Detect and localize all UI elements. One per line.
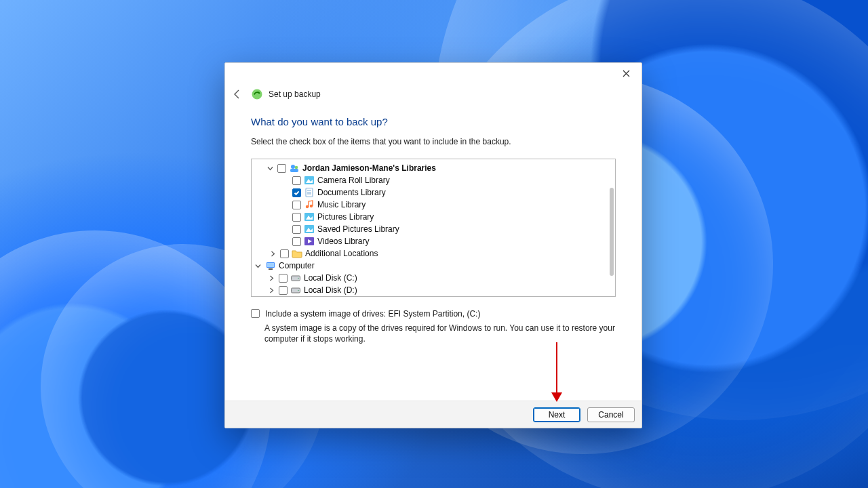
desktop-background: Set up backup What do you want to back u…	[0, 0, 868, 488]
checkbox[interactable]	[292, 225, 301, 234]
svg-point-24	[298, 278, 299, 279]
music-icon	[304, 199, 315, 210]
close-button[interactable]	[614, 65, 637, 81]
system-image-label[interactable]: Include a system image of drives: EFI Sy…	[265, 309, 480, 319]
system-image-description: A system image is a copy of the drives r…	[264, 323, 616, 344]
tree-label: Additional Locations	[305, 247, 378, 260]
tree-node-user-libraries[interactable]: Jordan Jamieson-Mane's Libraries	[253, 162, 614, 174]
wizard-title: Set up backup	[269, 89, 321, 99]
wizard-footer: Next Cancel	[225, 401, 642, 428]
system-image-row: Include a system image of drives: EFI Sy…	[251, 309, 616, 319]
svg-rect-5	[290, 169, 298, 172]
window-titlebar	[225, 63, 642, 83]
checkbox[interactable]	[279, 274, 288, 283]
video-icon	[304, 236, 315, 247]
disk-icon	[290, 285, 301, 296]
checkbox[interactable]	[292, 237, 301, 246]
tree-node-additional-locations[interactable]: Additional Locations	[253, 247, 614, 260]
tree-label: Pictures Library	[317, 211, 374, 223]
svg-point-26	[298, 290, 299, 291]
tree-node-local-disk-d[interactable]: Local Disk (D:)	[253, 284, 614, 296]
system-image-checkbox[interactable]	[251, 309, 260, 318]
svg-point-3	[291, 165, 295, 169]
next-button[interactable]: Next	[533, 407, 580, 422]
cancel-button-label: Cancel	[598, 410, 623, 420]
checkbox[interactable]	[277, 164, 286, 173]
tree-label: Camera Roll Library	[317, 174, 390, 186]
svg-point-2	[252, 89, 262, 100]
tree-label: Jordan Jamieson-Mane's Libraries	[302, 162, 436, 174]
svg-rect-21	[267, 263, 274, 267]
picture-icon	[304, 224, 315, 235]
tree-node-camera-roll[interactable]: Camera Roll Library	[253, 174, 614, 186]
tree-node-computer[interactable]: Computer	[253, 260, 614, 272]
checkbox[interactable]	[292, 176, 301, 185]
computer-icon	[265, 260, 276, 271]
page-instruction: Select the check box of the items that y…	[251, 137, 616, 146]
tree-label: Videos Library	[317, 235, 370, 247]
user-libraries-icon	[289, 163, 300, 174]
checkbox[interactable]	[292, 201, 301, 209]
cancel-button[interactable]: Cancel	[587, 407, 635, 422]
tree-label: Computer	[279, 260, 315, 272]
tree-node-pictures[interactable]: Pictures Library	[253, 211, 614, 223]
checkbox[interactable]	[280, 249, 289, 258]
document-icon	[304, 187, 315, 198]
tree-label: Local Disk (C:)	[304, 272, 357, 284]
picture-icon	[304, 211, 315, 222]
svg-rect-22	[269, 268, 273, 270]
wizard-content: What do you want to back up? Select the …	[225, 109, 642, 344]
chevron-right-icon[interactable]	[267, 287, 276, 293]
svg-point-4	[295, 166, 298, 169]
chevron-down-icon[interactable]	[253, 263, 262, 269]
checkbox[interactable]	[292, 213, 301, 222]
next-button-label: Next	[549, 410, 566, 420]
tree-node-videos[interactable]: Videos Library	[253, 235, 614, 247]
chevron-right-icon[interactable]	[267, 275, 276, 281]
page-heading: What do you want to back up?	[251, 116, 616, 127]
scrollbar-thumb[interactable]	[610, 188, 614, 276]
back-button[interactable]	[229, 86, 245, 102]
tree-node-documents[interactable]: Documents Library	[253, 186, 614, 199]
chevron-right-icon[interactable]	[268, 251, 277, 257]
chevron-down-icon[interactable]	[265, 165, 275, 171]
backup-items-tree: Jordan Jamieson-Mane's Libraries Camera …	[251, 159, 616, 297]
tree-node-local-disk-c[interactable]: Local Disk (C:)	[253, 272, 614, 284]
folder-icon	[292, 248, 302, 259]
wizard-nav-row: Set up backup	[225, 83, 642, 109]
back-arrow-icon	[232, 89, 243, 100]
tree-label: Documents Library	[317, 186, 386, 199]
tree-label: Saved Pictures Library	[317, 223, 399, 235]
tree-scrollbar[interactable]	[607, 161, 614, 295]
tree-node-saved-pictures[interactable]: Saved Pictures Library	[253, 223, 614, 235]
checkbox[interactable]	[279, 286, 288, 295]
checkbox[interactable]	[292, 188, 301, 197]
close-icon	[623, 70, 630, 77]
tree-label: Local Disk (D:)	[304, 284, 357, 296]
disk-icon	[290, 272, 301, 283]
picture-icon	[304, 175, 315, 186]
tree-label: Music Library	[317, 199, 366, 211]
backup-wizard-icon	[251, 88, 263, 100]
backup-wizard-window: Set up backup What do you want to back u…	[224, 62, 642, 428]
tree-node-music[interactable]: Music Library	[253, 199, 614, 211]
